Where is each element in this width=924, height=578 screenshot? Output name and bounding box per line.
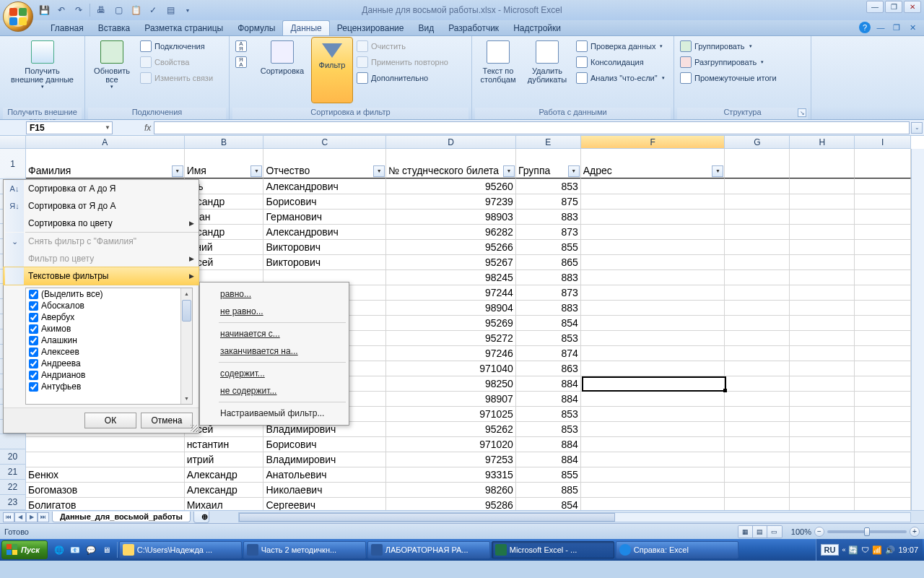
cell[interactable]: Борисович bbox=[263, 194, 386, 209]
tray-icon-3[interactable]: 📶 bbox=[872, 545, 882, 555]
zoom-slider[interactable] bbox=[827, 530, 907, 533]
cell[interactable] bbox=[581, 316, 725, 330]
cell[interactable] bbox=[790, 270, 855, 285]
cell[interactable]: 95272 bbox=[386, 331, 516, 345]
cell[interactable]: 97246 bbox=[386, 346, 516, 361]
filter-value-item[interactable]: Алашкин bbox=[26, 335, 192, 346]
cell[interactable]: Богомазов bbox=[26, 483, 185, 497]
cell[interactable]: 98260 bbox=[386, 483, 516, 497]
cell[interactable] bbox=[725, 285, 790, 300]
cell[interactable] bbox=[725, 346, 790, 361]
cell[interactable] bbox=[725, 210, 790, 224]
tray-icon-2[interactable]: 🛡 bbox=[861, 545, 869, 554]
cell[interactable]: 95269 bbox=[386, 316, 516, 330]
qat-icon-2[interactable]: ▢ bbox=[112, 4, 125, 17]
cell[interactable]: 98907 bbox=[386, 392, 516, 406]
sheet-tab-active[interactable]: Данные_для_восьмой_работы bbox=[52, 512, 191, 522]
subtotal-button[interactable]: Промежуточные итоги bbox=[677, 71, 780, 85]
name-box[interactable]: F15▼ bbox=[26, 121, 113, 134]
undo-icon[interactable]: ↶ bbox=[55, 4, 68, 17]
view-page-layout-button[interactable]: ▤ bbox=[753, 526, 767, 538]
consolidate-button[interactable]: Консолидация bbox=[573, 55, 668, 69]
cell[interactable] bbox=[725, 392, 790, 406]
cell[interactable]: Александрович bbox=[263, 179, 386, 194]
cell[interactable] bbox=[581, 331, 725, 345]
cell[interactable] bbox=[581, 285, 725, 300]
filter-dropdown-name[interactable]: ▼ bbox=[250, 165, 262, 177]
filter-not-contains-item[interactable]: не содержит... bbox=[200, 382, 349, 400]
cell[interactable]: 971040 bbox=[386, 361, 516, 376]
reapply-button[interactable]: Применить повторно bbox=[354, 55, 451, 69]
cell[interactable] bbox=[855, 301, 911, 315]
cell[interactable] bbox=[855, 422, 911, 436]
cell[interactable] bbox=[581, 361, 725, 376]
row-header[interactable]: 22 bbox=[0, 480, 26, 495]
tray-expand-icon[interactable]: « bbox=[842, 546, 845, 553]
cell[interactable]: Владимирович bbox=[263, 452, 386, 467]
filter-value-checkbox[interactable] bbox=[29, 301, 38, 311]
cell[interactable] bbox=[725, 194, 790, 209]
data-validation-button[interactable]: Проверка данных▾ bbox=[573, 39, 668, 53]
sheet-add-button[interactable]: ⊕ bbox=[193, 512, 209, 523]
cell[interactable]: 97253 bbox=[386, 452, 516, 467]
cell[interactable] bbox=[790, 392, 855, 406]
filter-custom-item[interactable]: Настраиваемый фильтр... bbox=[200, 405, 349, 422]
cell[interactable]: 884 bbox=[516, 376, 581, 391]
filter-value-checkbox[interactable] bbox=[29, 348, 38, 357]
col-header-E[interactable]: E bbox=[516, 136, 581, 148]
data-row[interactable]: нстантинБорисович971020884 bbox=[26, 437, 911, 452]
tab-review[interactable]: Рецензирование bbox=[330, 21, 411, 35]
maximize-button[interactable]: ❐ bbox=[885, 1, 902, 13]
cell[interactable] bbox=[725, 452, 790, 467]
sort-button[interactable]: Сортировка bbox=[254, 38, 310, 103]
cell[interactable] bbox=[790, 407, 855, 421]
language-indicator[interactable]: RU bbox=[821, 544, 840, 556]
filter-equals-item[interactable]: равно... bbox=[200, 285, 349, 303]
filter-value-checkbox[interactable] bbox=[29, 371, 38, 380]
col-header-H[interactable]: H bbox=[790, 136, 855, 148]
cell[interactable] bbox=[790, 210, 855, 224]
cell[interactable]: 98904 bbox=[386, 301, 516, 315]
cell[interactable] bbox=[855, 346, 911, 361]
cell[interactable] bbox=[855, 376, 911, 391]
sheet-nav-next[interactable]: ▶ bbox=[26, 512, 38, 522]
cell[interactable] bbox=[581, 225, 725, 239]
taskbar-task-2[interactable]: Часть 2 методичкн... bbox=[243, 541, 366, 558]
cell[interactable] bbox=[855, 452, 911, 467]
cell[interactable] bbox=[581, 270, 725, 285]
row-header[interactable]: 1 bbox=[0, 149, 26, 179]
cell[interactable]: 853 bbox=[516, 179, 581, 194]
cell[interactable] bbox=[26, 452, 185, 467]
cell[interactable] bbox=[725, 316, 790, 330]
cell[interactable] bbox=[855, 467, 911, 482]
cell[interactable] bbox=[725, 301, 790, 315]
cell[interactable] bbox=[581, 301, 725, 315]
zoom-in-button[interactable]: + bbox=[910, 527, 920, 537]
doc-minimize-button[interactable]: — bbox=[875, 22, 886, 33]
formula-expand-button[interactable]: ⌄ bbox=[911, 122, 923, 134]
cell[interactable]: Викторович bbox=[263, 255, 386, 269]
start-button[interactable]: Пуск bbox=[1, 540, 48, 559]
get-external-data-button[interactable]: Получить внешние данные ▾ bbox=[3, 38, 82, 103]
cell[interactable]: Викторович bbox=[263, 240, 386, 254]
cell[interactable] bbox=[725, 376, 790, 391]
cell[interactable] bbox=[725, 255, 790, 269]
cell[interactable]: 96282 bbox=[386, 225, 516, 239]
cell[interactable]: 883 bbox=[516, 301, 581, 315]
cell[interactable] bbox=[790, 422, 855, 436]
col-header-C[interactable]: C bbox=[263, 136, 386, 148]
cell[interactable] bbox=[855, 483, 911, 497]
cell[interactable] bbox=[790, 225, 855, 239]
formula-input[interactable] bbox=[154, 121, 910, 134]
cell[interactable]: итрий bbox=[185, 452, 264, 467]
taskbar-task-3[interactable]: ЛАБОРАТОРНАЯ РА... bbox=[367, 541, 490, 558]
filter-dropdown-family[interactable]: ▼ bbox=[172, 165, 183, 177]
cell[interactable] bbox=[725, 240, 790, 254]
filter-value-item[interactable]: Абоскалов bbox=[26, 300, 192, 311]
sheet-nav-last[interactable]: ⏭ bbox=[38, 512, 49, 522]
sheet-nav-first[interactable]: ⏮ bbox=[3, 512, 14, 522]
sheet-nav-prev[interactable]: ◀ bbox=[14, 512, 26, 522]
tab-formulas[interactable]: Формулы bbox=[230, 21, 282, 35]
col-header-G[interactable]: G bbox=[725, 136, 790, 148]
cell[interactable] bbox=[581, 376, 725, 391]
